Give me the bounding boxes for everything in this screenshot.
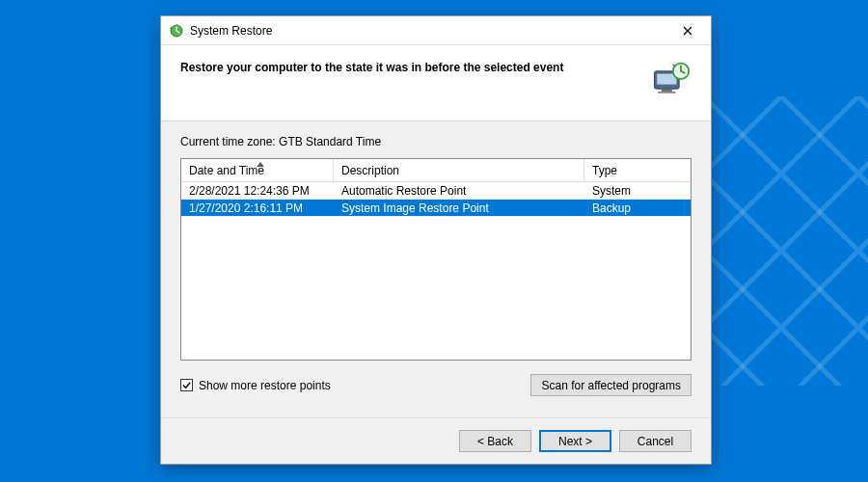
column-header-date[interactable]: Date and Time (181, 159, 334, 181)
table-body: 2/28/2021 12:24:36 PM Automatic Restore … (181, 182, 691, 360)
show-more-checkbox[interactable]: Show more restore points (180, 379, 331, 392)
cancel-button[interactable]: Cancel (619, 430, 692, 452)
restore-point-table: Date and Time Description Type 2/28/2021… (180, 158, 692, 361)
system-restore-dialog: System Restore Restore your computer to … (160, 15, 712, 465)
cell-date: 2/28/2021 12:24:36 PM (181, 184, 334, 198)
table-row[interactable]: 2/28/2021 12:24:36 PM Automatic Restore … (181, 182, 691, 200)
system-restore-icon (169, 23, 184, 39)
window-title: System Restore (190, 24, 668, 38)
table-row[interactable]: 1/27/2020 2:16:11 PM System Image Restor… (181, 200, 691, 217)
header-pane: Restore your computer to the state it wa… (161, 45, 711, 121)
page-heading: Restore your computer to the state it wa… (180, 59, 634, 74)
checkbox-icon (180, 379, 193, 391)
restore-graphic-icon (649, 59, 692, 101)
back-button[interactable]: < Back (459, 430, 531, 452)
content-area: Current time zone: GTB Standard Time Dat… (161, 121, 711, 417)
svg-rect-4 (658, 92, 675, 94)
close-button[interactable] (668, 16, 707, 44)
scan-affected-button[interactable]: Scan for affected programs (530, 374, 692, 396)
timezone-label: Current time zone: GTB Standard Time (180, 135, 692, 148)
show-more-label: Show more restore points (199, 379, 331, 392)
column-header-type[interactable]: Type (584, 159, 691, 181)
cell-type: System (584, 184, 691, 198)
titlebar: System Restore (161, 16, 711, 45)
table-footer-row: Show more restore points Scan for affect… (180, 374, 692, 396)
cell-type: Backup (584, 201, 691, 215)
column-header-description[interactable]: Description (334, 159, 584, 181)
cell-date: 1/27/2020 2:16:11 PM (181, 201, 334, 215)
table-header: Date and Time Description Type (181, 159, 691, 182)
next-button[interactable]: Next > (539, 430, 611, 452)
cell-description: Automatic Restore Point (334, 184, 584, 198)
svg-rect-3 (662, 89, 672, 92)
cell-description: System Image Restore Point (334, 201, 584, 215)
wizard-footer: < Back Next > Cancel (161, 417, 711, 464)
